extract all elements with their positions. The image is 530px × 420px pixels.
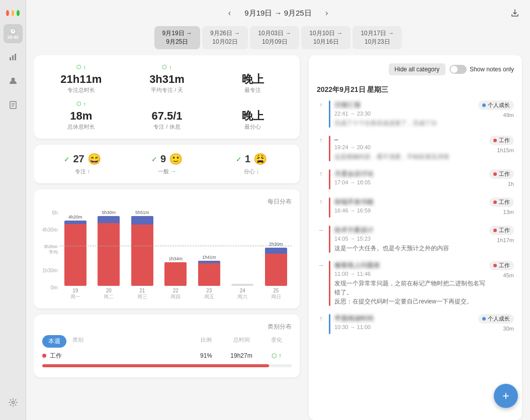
entry-arrow-2: ↑ [317,169,325,177]
hide-category-button[interactable]: Hide all category [389,63,446,75]
entry-duration-4: 1h17m [497,237,514,243]
entry-title-text-3: 前端开发功能 [334,197,374,206]
svg-rect-1 [12,55,14,60]
mood-count-1: 9 [160,153,166,165]
date-range-title: 9月19日 → 9月25日 [244,9,311,18]
cat-dot-3 [493,200,497,204]
bar-weekday-mon: 周一 [70,293,80,300]
entry-time-2: 17:04 → 18:05 [334,179,485,185]
sidebar-item-book[interactable] [4,96,23,116]
traffic-light-yellow[interactable] [12,10,15,16]
stat-label-5: 最分心 [244,123,261,131]
export-button[interactable] [508,6,522,20]
bar-day-mon: 19 [72,288,78,293]
bar-stack-sun [260,248,291,286]
mood-emoji-0: 😄 [87,153,101,166]
traffic-light-red[interactable] [6,10,9,16]
timeline-entry-2: ↑ 月度会议讨论 17:04 → 18:05 工作 1h [317,169,514,189]
entry-time-5: 11:00 → 11:46 [334,271,485,277]
week-tab-3[interactable]: 10月10日 →10月16日 [301,26,350,49]
prev-week-button[interactable]: ‹ [222,6,236,20]
entry-title-text-5: 修复线上问题发 [334,261,380,270]
bar-group-thu: 1h34m 22 周四 [160,210,191,300]
week-tab-1[interactable]: 9月26日 →10月02日 [202,26,248,49]
bar-day-tue: 20 [106,288,112,293]
bar-weekday-thu: 周四 [170,293,181,300]
category-section-title: 类别分布 [268,323,292,331]
cat-total: 19h27m [221,352,261,359]
bar-weekday-fri: 周五 [204,293,214,300]
chart-header: 每日分布 [42,197,292,206]
entry-duration-6: 30m [503,326,514,332]
week-tab-2[interactable]: 10月03日 →10月09日 [250,26,299,49]
daily-chart-card: 每日分布 6h 4h30m 3h35m平均 1h30m 0m [34,189,300,308]
bar-day-wed: 21 [139,288,145,293]
bar-stack-wed [127,216,158,286]
mood-count-0: 27 [73,153,84,165]
entry-bar-1 [329,136,330,161]
sidebar-item-clock[interactable]: 🕐 18:42 [4,24,23,43]
traffic-lights [0,6,26,20]
traffic-light-green[interactable] [17,10,20,16]
entry-content-5: 修复线上问题发 11:00 → 11:46 发现一个异常常问题，之前在标记产物时… [334,261,485,306]
bar-red-thu [164,262,187,286]
add-button[interactable]: + [494,384,518,408]
entry-time-1: 19:24 → 20:40 [334,144,485,150]
entry-right-1: 工作 1h15m [489,136,514,153]
entry-bar-0 [329,100,330,128]
next-week-button[interactable]: › [320,6,334,20]
entry-bar-3 [329,197,330,218]
bar-empty-sat [231,284,253,286]
sidebar-item-chart[interactable] [4,48,23,67]
mood-label-0: 专注 ↑ [75,168,91,175]
mood-item-1: ✓ 9 🙂 一般 → [127,153,207,175]
stat-label-0: 专注总时长 [67,86,95,94]
sidebar-top: 🕐 18:42 [0,6,26,117]
sidebar-item-user[interactable] [4,72,23,91]
category-tag-2: 工作 [489,169,514,179]
entry-right-3: 工作 13m [489,197,514,215]
show-notes-toggle[interactable] [450,65,467,74]
cat-tag-label-1: 工作 [499,137,510,144]
bar-stack-thu [160,262,191,286]
mood-grid: ✓ 27 😄 专注 ↑ ✓ 9 🙂 一般 → [42,153,292,175]
entry-bar-5 [329,261,330,306]
bar-group-sun: 2h30m 25 周日 [260,210,291,300]
entry-arrow-6: ↑ [317,314,325,322]
week-tab-4[interactable]: 10月17日 →10月23日 [352,26,402,49]
stat-rest: ⬡↑ 18m 总休息时长 [42,100,120,131]
entry-title-3: 前端开发功能 [334,197,485,206]
cat-dot-6 [482,317,486,321]
cat-dot-1 [493,139,497,142]
bar-group-sat: 24 周六 [227,210,258,300]
entry-content-4: 技术方案设计 14:05 → 15:23 这是一个大任务。也是今天预计之外的内容 [334,226,485,253]
category-tag-5: 工作 [489,261,514,270]
stat-indicator-0: ⬡↑ [76,63,86,71]
entry-bar-4 [329,226,330,253]
stat-value-4: 67.5/1 [151,110,182,122]
week-tab-0[interactable]: 9月19日 →9月25日 [154,26,200,49]
sidebar-item-settings[interactable] [4,394,23,413]
bar-weekday-sat: 周六 [237,293,247,300]
entry-right-2: 工作 1h [489,169,514,187]
entry-time-0: 22:41 → 23:30 [334,111,474,117]
mood-label-2: 分心 ↓ [244,168,259,175]
timeline-entry-1: ↑ – 19:24 → 20:40 这是模糊内容，看不清楚，不响应请见详情 工作 [317,136,514,161]
mood-item-0: ✓ 27 😄 专注 ↑ [42,153,123,175]
this-week-button[interactable]: 本週 [42,335,66,348]
entry-note-4: 这是一个大任务。也是今天预计之外的内容 [334,244,485,253]
bar-red-wed [131,225,153,286]
chart-y-labels: 6h 4h30m 3h35m平均 1h30m 0m [42,210,60,300]
entry-duration-5: 45m [503,272,514,278]
cat-dot-0 [482,103,486,107]
entry-title-text-6: 早晨阅读时间 [334,314,374,323]
entry-right-6: 个人成长 30m [478,314,514,332]
entry-note-1: 这是模糊内容，看不清楚，不响应请见详情 [334,152,485,161]
bar-stack-tue [93,216,124,286]
entry-content-2: 月度会议讨论 17:04 → 18:05 [334,169,485,187]
week-tabs: 9月19日 →9月25日 9月26日 →10月02日 10月03日 →10月09… [26,26,530,55]
entry-arrow-5: → [317,261,325,269]
category-tag-1: 工作 [489,136,514,145]
stat-avg-focus: ⬡↑ 3h31m 平均专注 / 天 [128,63,206,94]
entry-content-1: – 19:24 → 20:40 这是模糊内容，看不清楚，不响应请见详情 [334,136,485,161]
